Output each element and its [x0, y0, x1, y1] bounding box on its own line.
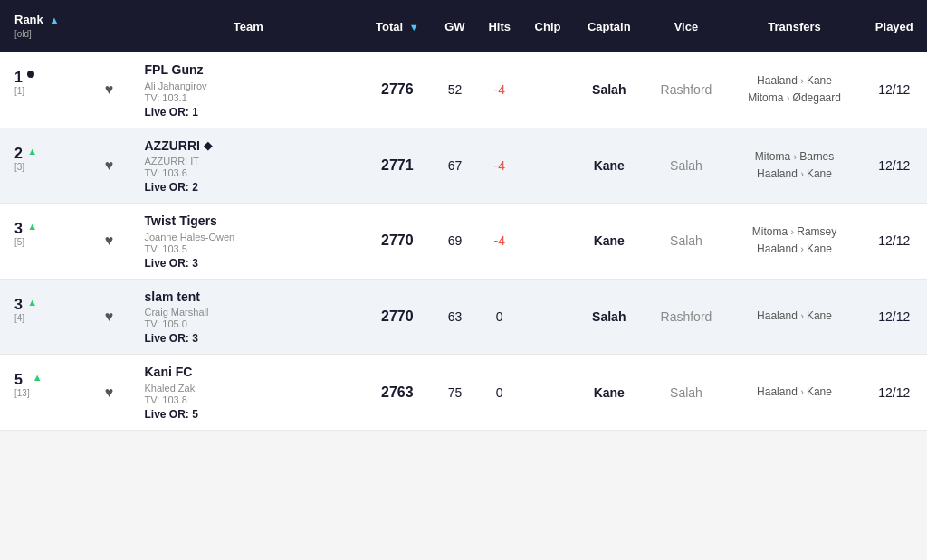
vice-cell: Salah [645, 128, 728, 204]
transfers-cell: Haaland › KaneMitoma › Ødegaard [727, 52, 861, 128]
rank-cell: 3 [4] ▲ [0, 279, 83, 355]
chip-cell [522, 52, 573, 128]
transfers-label: Transfers [768, 20, 821, 33]
table-row: 2 [3] ▲ ♥ AZZURRI◆ AZZURRI IT TV: 103.6 … [0, 128, 927, 204]
chip-cell [522, 204, 573, 280]
rank-old: [1] [14, 86, 24, 96]
vice-name: Salah [670, 233, 702, 248]
transfer-arrow-icon2: › [800, 168, 807, 179]
hits-score: -4 [493, 158, 504, 173]
favorite-cell[interactable]: ♥ [83, 355, 136, 431]
hits-score: -4 [493, 233, 504, 248]
rank-indicator: ▲ [27, 298, 37, 308]
hits-cell: -4 [476, 128, 522, 204]
played-cell: 12/12 [862, 52, 927, 128]
captain-cell: Salah [573, 279, 645, 355]
rank-number: 1 [14, 70, 23, 85]
gw-score: 67 [448, 158, 463, 173]
tv-value: TV: 103.1 [145, 92, 355, 103]
transfer-line2: Mitoma › Ødegaard [748, 91, 841, 104]
chip-cell [522, 128, 573, 204]
rank-old: [13] [14, 388, 30, 398]
rank-old-label: [old] [14, 29, 32, 39]
rank-indicator: ▲ [27, 222, 37, 232]
manager-name: Ali Jahangirov [145, 81, 355, 91]
total-sort-icon: ▼ [409, 22, 419, 33]
transfer-line2: Haaland › Kane [757, 167, 832, 180]
transfers-cell: Haaland › Kane [727, 279, 861, 355]
rank-cell: 3 [5] ▲ [0, 204, 83, 280]
vice-name: Salah [670, 385, 702, 400]
total-score: 2771 [381, 157, 414, 173]
team-cell: Kani FC Khaled Zaki TV: 103.8 Live OR: 5 [136, 355, 362, 431]
transfer-arrow-icon2: › [787, 92, 793, 103]
gw-score: 52 [448, 82, 463, 97]
favorite-cell[interactable]: ♥ [83, 52, 136, 128]
table-row: 3 [4] ▲ ♥ slam tent Craig Marshall TV: 1… [0, 279, 927, 355]
team-cell: FPL Gunz Ali Jahangirov TV: 103.1 Live O… [136, 52, 362, 128]
vice-cell: Rashford [645, 52, 728, 128]
rank-up-icon: ▲ [27, 298, 37, 308]
total-score: 2770 [381, 308, 414, 324]
transfers-cell: Haaland › Kane [727, 355, 861, 431]
total-cell: 2763 [361, 355, 433, 431]
rank-up-icon: ▲ [27, 222, 37, 232]
rank-up-icon: ▲ [33, 373, 43, 383]
tv-value: TV: 103.6 [145, 167, 355, 178]
played-score: 12/12 [878, 309, 910, 324]
team-name: AZZURRI◆ [145, 138, 355, 156]
gw-cell: 69 [434, 204, 477, 280]
total-cell: 2776 [361, 52, 433, 128]
live-or: Live OR: 3 [145, 332, 355, 345]
favorite-cell[interactable]: ♥ [83, 279, 136, 355]
rank-old: [3] [14, 162, 24, 172]
heart-icon[interactable]: ♥ [105, 233, 114, 248]
total-label: Total [376, 20, 403, 33]
rank-indicator: ▲ [27, 147, 37, 157]
played-score: 12/12 [878, 158, 910, 173]
captain-name: Salah [592, 309, 626, 324]
heart-icon[interactable]: ♥ [105, 81, 114, 97]
team-cell: slam tent Craig Marshall TV: 105.0 Live … [136, 279, 362, 355]
chip-cell [522, 355, 573, 431]
gw-cell: 75 [434, 355, 477, 431]
rank-number: 2 [14, 146, 23, 161]
favorite-cell[interactable]: ♥ [83, 128, 136, 204]
transfers-value: Haaland › KaneMitoma › Ødegaard [734, 72, 854, 107]
rank-same-icon [27, 71, 34, 78]
hits-score: 0 [496, 309, 503, 324]
live-or: Live OR: 1 [145, 106, 355, 119]
col-vice: Vice [645, 0, 728, 52]
transfer-arrow-icon: › [800, 310, 807, 321]
transfers-value: Haaland › Kane [734, 308, 854, 325]
col-rank[interactable]: Rank ▲ [old] [0, 0, 83, 52]
rank-number: 5 [14, 372, 23, 387]
heart-icon[interactable]: ♥ [105, 384, 114, 400]
live-or: Live OR: 2 [145, 181, 355, 194]
played-cell: 12/12 [862, 128, 927, 204]
heart-icon[interactable]: ♥ [105, 308, 114, 324]
transfer-line1: Mitoma › Ramsey [752, 225, 836, 238]
col-total[interactable]: Total ▼ [361, 0, 433, 52]
team-info: Kani FC Khaled Zaki TV: 103.8 Live OR: 5 [145, 364, 355, 421]
transfer-line1: Haaland › Kane [757, 385, 832, 398]
col-fav [83, 0, 136, 52]
rank-number: 3 [14, 221, 23, 236]
rank-cell: 5 [13] ▲ [0, 355, 83, 431]
played-label: Played [875, 20, 913, 33]
favorite-cell[interactable]: ♥ [83, 204, 136, 280]
chip-cell [522, 279, 573, 355]
played-score: 12/12 [878, 82, 910, 97]
hits-score: -4 [493, 82, 504, 97]
vice-name: Rashford [661, 309, 712, 324]
heart-icon[interactable]: ♥ [105, 157, 114, 173]
tv-value: TV: 105.0 [145, 318, 355, 329]
transfers-value: Mitoma › BarnesHaaland › Kane [734, 148, 854, 183]
rank-up-icon: ▲ [27, 147, 37, 157]
transfers-value: Mitoma › RamseyHaaland › Kane [734, 223, 854, 258]
team-info: FPL Gunz Ali Jahangirov TV: 103.1 Live O… [145, 62, 355, 119]
captain-name: Kane [594, 233, 625, 248]
captain-cell: Kane [573, 355, 645, 431]
manager-name: AZZURRI IT [145, 156, 355, 166]
leaderboard-table: Rank ▲ [old] Team Total ▼ GW Hits [0, 0, 927, 431]
